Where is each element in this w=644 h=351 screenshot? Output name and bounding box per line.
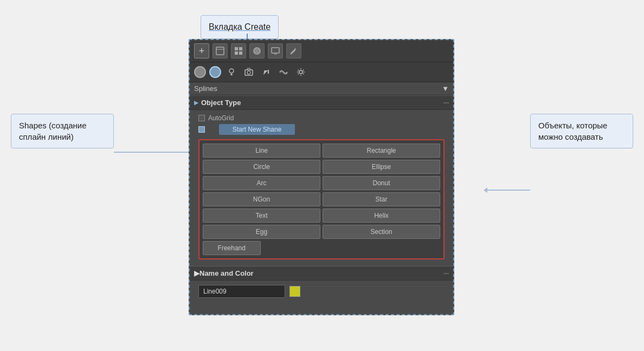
left-callout-text: Shapes (созданиесплайн линий) [19, 121, 87, 141]
object-type-section: ▶ Object Type ··· AutoGrid Start New Sha… [190, 95, 453, 264]
splines-dropdown[interactable]: Splines ▼ [190, 82, 453, 95]
toolbar-row2 [190, 62, 453, 82]
options-row: AutoGrid Start New Shane [198, 114, 445, 135]
left-callout: Shapes (созданиесплайн линий) [11, 114, 114, 148]
splines-label: Splines [194, 84, 217, 93]
tb2-circle-gray[interactable] [194, 66, 206, 78]
start-new-shape-button[interactable]: Start New Shane [219, 124, 295, 135]
start-new-shape-checkbox[interactable] [198, 126, 205, 133]
name-and-color-section: ▶ Name and Color ··· [190, 266, 453, 302]
object-type-header: ▶ Object Type ··· [190, 95, 453, 110]
section-dots: ··· [443, 99, 449, 107]
svg-rect-2 [235, 47, 238, 50]
name-body [190, 281, 453, 302]
object-type-grid-wrapper: Line Rectangle Circle Ellipse Arc Donut … [198, 139, 445, 259]
btn-section[interactable]: Section [323, 225, 440, 239]
btn-rectangle[interactable]: Rectangle [323, 144, 440, 158]
tb2-gear[interactable] [294, 65, 308, 79]
tb2-circle-active[interactable] [209, 66, 221, 78]
svg-point-10 [229, 69, 234, 73]
tb2-wave[interactable] [276, 65, 291, 79]
btn-arc[interactable]: Arc [203, 176, 320, 190]
toolbar-icon-monitor[interactable] [268, 43, 283, 58]
btn-donut[interactable]: Donut [323, 176, 440, 190]
right-arrow [487, 190, 530, 191]
btn-circle[interactable]: Circle [203, 160, 320, 174]
tb2-light[interactable] [224, 65, 239, 79]
toolbar-icon-circle[interactable] [249, 43, 265, 58]
svg-rect-7 [272, 48, 279, 53]
right-callout: Объекты, которыеможно создавать [530, 114, 633, 148]
object-type-body: AutoGrid Start New Shane Line Rectangle … [190, 110, 453, 264]
collapse-triangle[interactable]: ▶ [194, 100, 198, 106]
name-collapse-triangle[interactable]: ▶ [194, 269, 199, 277]
toolbar-row1: + [190, 40, 453, 62]
main-panel: + [189, 39, 454, 315]
autogrid-label: AutoGrid [208, 114, 234, 122]
splines-arrow: ▼ [442, 84, 449, 93]
name-and-color-header: ▶ Name and Color ··· [190, 266, 453, 281]
toolbar-icon-select[interactable] [212, 43, 228, 58]
name-section-dots: ··· [443, 270, 449, 277]
toolbar-icon-grid[interactable] [231, 43, 246, 58]
btn-ngon[interactable]: NGon [203, 192, 320, 206]
btn-star[interactable]: Star [323, 192, 440, 206]
plus-button[interactable]: + [194, 43, 209, 58]
btn-egg[interactable]: Egg [203, 225, 320, 239]
tb2-arrow[interactable] [259, 65, 273, 79]
color-swatch[interactable] [289, 286, 300, 297]
svg-point-14 [247, 71, 250, 74]
btn-line[interactable]: Line [203, 144, 320, 158]
name-input[interactable] [198, 285, 285, 298]
tb2-camera[interactable] [242, 65, 256, 79]
btn-freehand[interactable]: Freehand [203, 241, 261, 255]
object-type-grid: Line Rectangle Circle Ellipse Arc Donut … [203, 144, 440, 255]
btn-helix[interactable]: Helix [323, 209, 440, 223]
top-callout: Вкладка Create [201, 15, 279, 39]
svg-rect-4 [235, 51, 238, 55]
left-arrow [114, 152, 192, 153]
toolbar-icon-wrench[interactable] [286, 43, 301, 58]
autogrid-option: AutoGrid [198, 114, 445, 122]
svg-rect-0 [216, 47, 224, 55]
svg-rect-5 [239, 51, 242, 55]
right-callout-text: Объекты, которыеможно создавать [538, 121, 607, 141]
btn-ellipse[interactable]: Ellipse [323, 160, 440, 174]
svg-point-6 [254, 48, 260, 54]
object-type-title: Object Type [201, 99, 241, 107]
name-and-color-title: Name and Color [199, 269, 254, 277]
top-callout-text: Вкладка Create [209, 22, 271, 31]
svg-rect-3 [239, 47, 242, 50]
btn-text[interactable]: Text [203, 209, 320, 223]
autogrid-checkbox[interactable] [198, 115, 205, 121]
start-new-shape-option: Start New Shane [198, 124, 445, 135]
svg-point-15 [299, 70, 302, 74]
